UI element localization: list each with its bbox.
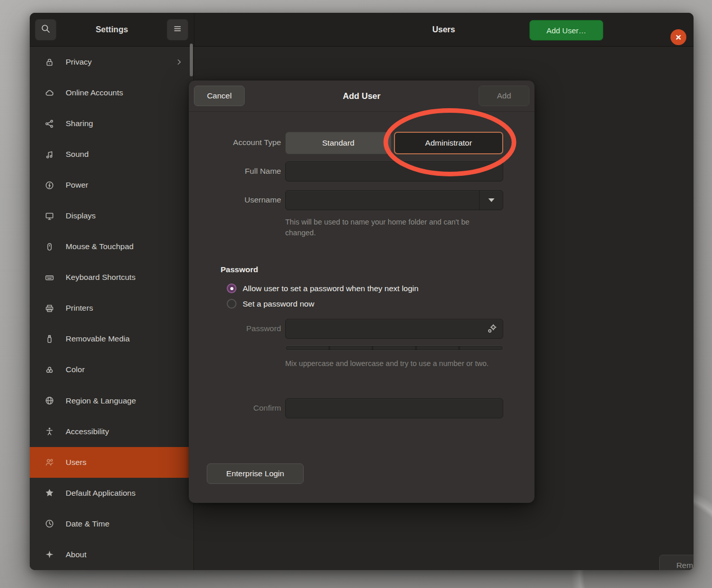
clock-icon (44, 518, 55, 530)
users-icon (44, 457, 55, 468)
hamburger-menu-icon (172, 24, 183, 36)
sidebar-item-online-accounts[interactable]: Online Accounts (30, 77, 193, 108)
confirm-label: Confirm (189, 403, 281, 413)
sidebar-item-default-applications[interactable]: Default Applications (30, 478, 193, 509)
cancel-button[interactable]: Cancel (194, 86, 245, 106)
sidebar-item-mouse-touchpad[interactable]: Mouse & Touchpad (30, 231, 193, 262)
password-hint-text: Mix uppercase and lowercase and try to u… (285, 358, 497, 369)
strength-segment (286, 347, 329, 350)
radio-set-password-now[interactable]: Set a password now (227, 299, 314, 309)
sidebar-item-removable-media[interactable]: Removable Media (30, 323, 193, 354)
password-section-heading: Password (221, 265, 258, 274)
sidebar-item-about[interactable]: About (30, 539, 193, 570)
globe-icon (44, 395, 55, 407)
username-help-text: This will be used to name your home fold… (285, 217, 497, 238)
full-name-field-box (285, 161, 503, 181)
radio-password-next-login[interactable]: Allow user to set a password when they n… (227, 283, 419, 293)
sidebar-item-label: About (66, 550, 183, 559)
remove-user-button[interactable]: Remove User… (659, 555, 694, 570)
add-user-dialog: Cancel Add User Add Account Type Standar… (189, 80, 535, 503)
radio-set-now-label: Set a password now (243, 299, 314, 309)
display-icon (44, 210, 55, 221)
color-swatches-icon (44, 364, 55, 375)
add-button[interactable]: Add (479, 86, 529, 106)
desktop: Settings Users Add User… × Privacy (0, 0, 712, 588)
radio-unselected-icon (227, 299, 236, 309)
sidebar-item-label: Color (66, 365, 183, 374)
generate-password-icon (486, 323, 497, 336)
strength-segment (330, 347, 372, 350)
confirm-input (290, 399, 478, 419)
password-input (290, 319, 478, 339)
sidebar-item-displays[interactable]: Displays (30, 200, 193, 231)
add-user-button[interactable]: Add User… (529, 20, 603, 40)
sidebar-item-label: Online Accounts (66, 88, 183, 97)
cloud-icon (44, 87, 55, 98)
sidebar-item-power[interactable]: Power (30, 170, 193, 200)
strength-segment (460, 347, 502, 350)
sidebar-item-region-language[interactable]: Region & Language (30, 386, 193, 416)
sidebar-item-label: Privacy (66, 57, 175, 67)
username-input[interactable] (290, 191, 478, 211)
accessibility-icon (44, 426, 55, 437)
close-icon: × (676, 32, 681, 42)
printer-icon (44, 302, 55, 314)
username-field-box (285, 190, 503, 210)
password-label: Password (189, 324, 281, 333)
sidebar-item-privacy[interactable]: Privacy (30, 47, 193, 77)
sidebar-item-color[interactable]: Color (30, 354, 193, 385)
sidebar-item-label: Sharing (66, 119, 183, 128)
sidebar-item-label: Keyboard Shortcuts (66, 273, 183, 282)
chevron-right-icon (175, 58, 183, 66)
radio-next-login-label: Allow user to set a password when they n… (243, 284, 419, 293)
header-divider (194, 13, 194, 46)
sidebar-item-label: Mouse & Touchpad (66, 242, 183, 251)
sidebar-item-label: Printers (66, 303, 183, 313)
password-field-box (285, 319, 503, 339)
account-type-standard-button[interactable]: Standard (285, 132, 391, 154)
strength-segment (417, 347, 459, 350)
sidebar-item-sound[interactable]: Sound (30, 139, 193, 170)
generate-password-button[interactable] (484, 322, 499, 337)
power-icon (44, 179, 55, 191)
share-nodes-icon (44, 118, 55, 129)
sidebar: Privacy Online Accounts Sharing (30, 47, 194, 570)
sidebar-item-label: Date & Time (66, 519, 183, 529)
strength-segment (373, 347, 416, 350)
maximize-button[interactable] (643, 29, 660, 46)
sparkle-icon (44, 549, 55, 560)
music-note-icon (44, 149, 55, 160)
sidebar-item-printers[interactable]: Printers (30, 293, 193, 323)
sidebar-item-label: Accessibility (66, 427, 183, 436)
usb-drive-icon (44, 333, 55, 344)
full-name-input[interactable] (290, 162, 478, 182)
enterprise-login-button[interactable]: Enterprise Login (207, 463, 304, 484)
username-dropdown-button[interactable] (479, 191, 503, 210)
sidebar-item-keyboard-shortcuts[interactable]: Keyboard Shortcuts (30, 262, 193, 293)
radio-selected-icon (227, 283, 236, 293)
sidebar-item-sharing[interactable]: Sharing (30, 108, 193, 139)
full-name-label: Full Name (189, 167, 281, 176)
sidebar-item-accessibility[interactable]: Accessibility (30, 416, 193, 447)
password-strength-meter (285, 346, 503, 351)
sidebar-item-label: Region & Language (66, 396, 183, 405)
sidebar-item-label: Default Applications (66, 489, 183, 498)
chevron-down-icon (488, 198, 495, 202)
sidebar-item-label: Sound (66, 150, 183, 159)
minimize-button[interactable] (616, 29, 632, 46)
primary-menu-button[interactable] (167, 19, 188, 40)
sidebar-item-label: Displays (66, 211, 183, 220)
confirm-field-box (285, 398, 503, 418)
sidebar-scrollbar[interactable] (190, 44, 193, 76)
mouse-icon (44, 241, 55, 252)
account-type-label: Account Type (189, 138, 281, 147)
sidebar-item-label: Users (66, 458, 183, 467)
username-label: Username (189, 195, 281, 205)
star-icon (44, 488, 55, 499)
account-type-administrator-button[interactable]: Administrator (394, 132, 503, 154)
close-button[interactable]: × (670, 29, 686, 45)
sidebar-item-users[interactable]: Users (30, 447, 193, 478)
settings-window: Settings Users Add User… × Privacy (30, 13, 694, 570)
lock-icon (44, 56, 55, 68)
sidebar-item-date-time[interactable]: Date & Time (30, 509, 193, 539)
